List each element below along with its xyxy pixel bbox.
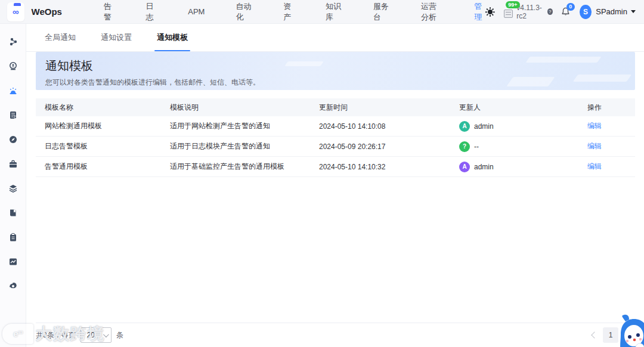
nav-item-automation[interactable]: 自动化: [236, 1, 252, 23]
pagination-summary: 共3条，每页: [36, 330, 76, 340]
topology-icon: [8, 37, 18, 47]
user-avatar[interactable]: S: [580, 5, 592, 19]
templates-table: 模板名称 模板说明 更新时间 更新人 操作 网站检测通用模板 适用于网站检测产生…: [36, 98, 635, 177]
user-name: SPadmin: [596, 7, 627, 16]
version-label: v4.11.3-rc2: [516, 4, 546, 20]
book-icon: [8, 208, 18, 218]
user-menu-caret-icon[interactable]: [631, 10, 636, 13]
briefcase-icon: [8, 159, 18, 169]
tab-bar: 全局通知 通知设置 通知模板: [26, 24, 644, 52]
left-sidebar: [0, 24, 26, 347]
template-updated-at: 2024-05-10 14:10:32: [310, 163, 450, 171]
table-header-row: 模板名称 模板说明 更新时间 更新人 操作: [36, 98, 635, 116]
updater-avatar: A: [459, 162, 470, 172]
report-document-icon: [8, 110, 18, 120]
assistant-mascot-icon[interactable]: [616, 314, 644, 347]
col-header-updater: 更新人: [450, 103, 578, 113]
nav-item-logs[interactable]: 日志: [146, 1, 157, 23]
sidebar-item-knowledge[interactable]: [5, 207, 21, 219]
sidebar-item-layers[interactable]: [5, 182, 21, 194]
theme-toggle-sun-icon[interactable]: [485, 7, 494, 17]
page-title: 通知模板: [45, 58, 635, 74]
chevron-down-icon: [103, 331, 109, 337]
main-content: 全局通知 通知设置 通知模板 通知模板 您可以对各类告警通知的模板进行编辑，包括…: [26, 24, 644, 347]
nav-item-admin[interactable]: 管理: [474, 1, 485, 23]
page-banner: 通知模板 您可以对各类告警通知的模板进行编辑，包括邮件、短信、电话等。: [36, 52, 635, 90]
table-row: 告警通用模板 适用于基础监控产生告警的通用模板 2024-05-10 14:10…: [36, 157, 635, 177]
page-subtitle: 您可以对各类告警通知的模板进行编辑，包括邮件、短信、电话等。: [45, 78, 635, 88]
pagination-bar: 共3条，每页 20 条 1: [36, 323, 635, 347]
tab-global-notifications[interactable]: 全局通知: [45, 24, 76, 51]
nav-item-servicedesk[interactable]: 服务台: [373, 1, 390, 23]
pagination-unit: 条: [116, 330, 123, 340]
compass-icon: [8, 135, 18, 144]
table-row: 网站检测通用模板 适用于网站检测产生告警的通知 2024-05-10 14:10…: [36, 116, 635, 137]
edit-button[interactable]: 编辑: [587, 142, 602, 150]
nav-item-knowledge[interactable]: 知识库: [326, 1, 342, 23]
chart-icon: [8, 257, 18, 267]
page-size-select[interactable]: 20: [80, 327, 112, 343]
col-header-actions: 操作: [578, 103, 635, 113]
layers-icon: [8, 184, 18, 193]
sidebar-item-toolbox[interactable]: [5, 158, 21, 170]
sidebar-item-task[interactable]: [5, 231, 21, 243]
sidebar-item-chart[interactable]: [5, 256, 21, 268]
nav-item-apm[interactable]: APM: [188, 7, 205, 16]
top-header: ∞ WeOps 告警 日志 APM 自动化 资产 知识库 服务台 运营分析 管理…: [0, 0, 644, 24]
sidebar-item-monitor[interactable]: [5, 60, 21, 72]
gear-icon: [8, 281, 18, 291]
updater-name: admin: [474, 122, 494, 131]
col-header-updated-at: 更新时间: [310, 103, 450, 113]
col-header-description: 模板说明: [161, 103, 310, 113]
document-icon: [504, 10, 513, 18]
alarm-siren-icon: [8, 86, 18, 95]
top-nav: 告警 日志 APM 自动化 资产 知识库 服务台 运营分析 管理: [104, 1, 485, 23]
docs-count-badge: 99+: [506, 1, 519, 8]
notifications-button[interactable]: 0: [561, 7, 570, 16]
nav-item-assets[interactable]: 资产: [283, 1, 295, 23]
table-row: 日志告警模板 适用于日志模块产生告警的通知 2024-05-09 20:26:1…: [36, 137, 635, 157]
template-description: 适用于网站检测产生告警的通知: [161, 121, 310, 131]
brand-title: WeOps: [32, 7, 62, 17]
template-description: 适用于日志模块产生告警的通知: [161, 141, 310, 151]
nav-item-alerts[interactable]: 告警: [104, 1, 115, 23]
template-name: 网站检测通用模板: [36, 121, 161, 131]
version-help-icon[interactable]: ?: [547, 8, 553, 15]
sidebar-item-report[interactable]: [5, 109, 21, 121]
updater-name: --: [474, 142, 479, 151]
weops-logo-icon[interactable]: ∞: [7, 2, 24, 21]
updater-avatar: ?: [459, 141, 470, 152]
edit-button[interactable]: 编辑: [587, 122, 602, 130]
header-right-tools: 99+ v4.11.3-rc2? 0 S SPadmin: [485, 4, 636, 20]
monitor-icon: [8, 61, 18, 71]
col-header-name: 模板名称: [36, 103, 161, 113]
nav-item-analytics[interactable]: 运营分析: [421, 1, 443, 23]
tab-notification-templates[interactable]: 通知模板: [157, 24, 188, 51]
template-name: 日志告警模板: [36, 141, 161, 151]
template-name: 告警通用模板: [36, 162, 161, 172]
notification-count-badge: 0: [566, 3, 575, 11]
sidebar-item-settings[interactable]: [5, 280, 21, 292]
sidebar-item-alarm[interactable]: [5, 85, 21, 97]
edit-button[interactable]: 编辑: [587, 162, 602, 171]
sidebar-item-topology[interactable]: [5, 36, 21, 48]
updater-name: admin: [474, 163, 494, 171]
template-updated-at: 2024-05-09 20:26:17: [310, 142, 450, 151]
prev-page-icon[interactable]: [591, 331, 597, 338]
updater-avatar: A: [459, 121, 470, 132]
template-updated-at: 2024-05-10 14:10:08: [310, 122, 450, 131]
release-notes-button[interactable]: 99+: [504, 6, 513, 18]
tab-notification-settings[interactable]: 通知设置: [101, 24, 132, 51]
template-description: 适用于基础监控产生告警的通用模板: [161, 162, 310, 172]
clipboard-icon: [8, 233, 18, 242]
sidebar-item-compass[interactable]: [5, 134, 21, 145]
